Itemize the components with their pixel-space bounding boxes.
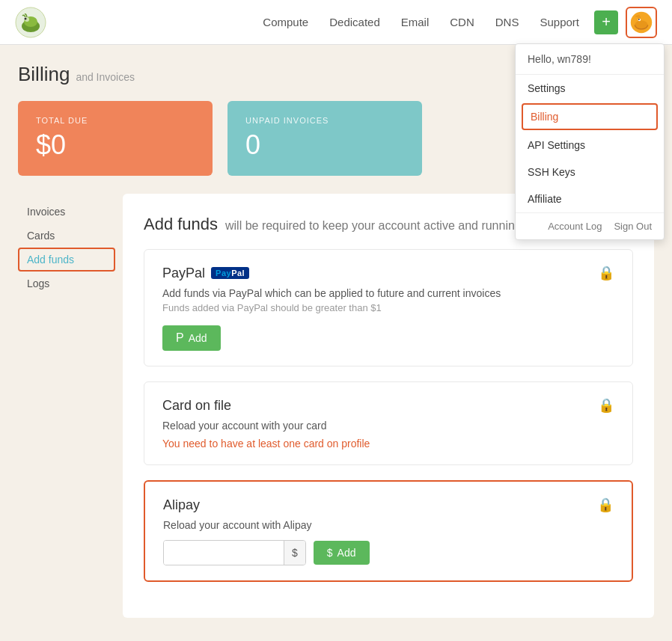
total-due-value: $0 bbox=[36, 129, 195, 161]
sign-out-link[interactable]: Sign Out bbox=[614, 221, 652, 232]
paypal-icon: P bbox=[176, 331, 184, 345]
dropdown-ssh-keys[interactable]: SSH Keys bbox=[516, 159, 664, 185]
account-log-link[interactable]: Account Log bbox=[548, 221, 602, 232]
sidebar-item-invoices[interactable]: Invoices bbox=[18, 200, 115, 224]
paypal-badge-pay: Pay bbox=[216, 269, 231, 277]
paypal-title-row: PayPal PayPal 🔒 bbox=[162, 265, 614, 281]
card-warning: You need to have at least one card on pr… bbox=[162, 438, 614, 450]
paypal-lock-icon: 🔒 bbox=[598, 265, 614, 281]
user-dropdown: Hello, wn789! Settings Billing API Setti… bbox=[515, 43, 665, 240]
unpaid-invoices-card: UNPAID INVOICES 0 bbox=[227, 101, 422, 176]
alipay-dollar-sign: $ bbox=[284, 541, 305, 565]
card-desc: Reload your account with your card bbox=[162, 420, 614, 432]
sidebar-item-cards[interactable]: Cards bbox=[18, 224, 115, 248]
paypal-title-text: PayPal bbox=[162, 266, 205, 281]
nav-compute[interactable]: Compute bbox=[263, 16, 308, 28]
alipay-input-row: $ $ Add bbox=[163, 540, 614, 565]
card-lock-icon: 🔒 bbox=[598, 397, 614, 414]
card-title-row: Card on file 🔒 bbox=[162, 397, 614, 414]
card-title-text: Card on file bbox=[162, 398, 231, 414]
alipay-dollar-prefix: $ bbox=[327, 547, 333, 559]
plus-button[interactable]: + bbox=[594, 10, 618, 34]
nav-support[interactable]: Support bbox=[540, 16, 579, 28]
unpaid-invoices-value: 0 bbox=[245, 129, 404, 161]
dropdown-affiliate[interactable]: Affiliate bbox=[516, 185, 664, 212]
sidebar-item-add-funds[interactable]: Add funds bbox=[18, 248, 115, 272]
alipay-desc: Reload your account with Alipay bbox=[163, 519, 614, 531]
dropdown-billing[interactable]: Billing bbox=[522, 103, 658, 130]
paypal-title: PayPal PayPal bbox=[162, 266, 249, 281]
logo[interactable] bbox=[15, 7, 46, 38]
dropdown-api-settings[interactable]: API Settings bbox=[516, 132, 664, 159]
svg-point-9 bbox=[638, 19, 640, 20]
content-title-rest: will be required to keep your account ac… bbox=[225, 219, 522, 232]
nav-dedicated[interactable]: Dedicated bbox=[329, 16, 380, 28]
total-due-card: TOTAL DUE $0 bbox=[18, 101, 213, 176]
svg-point-4 bbox=[25, 17, 27, 19]
card-on-file-section: Card on file 🔒 Reload your account with … bbox=[144, 381, 633, 465]
unpaid-invoices-label: UNPAID INVOICES bbox=[245, 116, 404, 125]
main-layout: Invoices Cards Add funds Logs Add funds … bbox=[18, 194, 654, 618]
header: Compute Dedicated Email CDN DNS Support … bbox=[0, 0, 672, 45]
sidebar: Invoices Cards Add funds Logs bbox=[18, 194, 115, 618]
dropdown-footer: Account Log Sign Out bbox=[516, 212, 664, 239]
nav-email[interactable]: Email bbox=[401, 16, 430, 28]
alipay-add-label: Add bbox=[337, 547, 356, 559]
alipay-amount-input[interactable] bbox=[164, 541, 284, 565]
dropdown-settings[interactable]: Settings bbox=[516, 75, 664, 102]
paypal-note: Funds added via PayPal should be greater… bbox=[162, 302, 614, 313]
nav-cdn[interactable]: CDN bbox=[450, 16, 474, 28]
paypal-badge-pal: Pal bbox=[231, 269, 245, 277]
alipay-section: Alipay 🔒 Reload your account with Alipay… bbox=[144, 480, 633, 582]
main-content: Add funds will be required to keep your … bbox=[123, 194, 654, 618]
paypal-add-button[interactable]: P Add bbox=[162, 325, 221, 351]
main-nav: Compute Dedicated Email CDN DNS Support bbox=[263, 16, 579, 28]
card-title: Card on file bbox=[162, 398, 231, 414]
alipay-title-row: Alipay 🔒 bbox=[163, 497, 614, 513]
paypal-add-label: Add bbox=[189, 332, 207, 344]
paypal-section: PayPal PayPal 🔒 Add funds via PayPal whi… bbox=[144, 249, 633, 366]
avatar-button[interactable] bbox=[626, 7, 657, 38]
alipay-amount-wrapper: $ bbox=[163, 540, 306, 565]
total-due-label: TOTAL DUE bbox=[36, 116, 195, 125]
paypal-desc: Add funds via PayPal which can be applie… bbox=[162, 287, 614, 299]
header-actions: + bbox=[594, 7, 657, 38]
sidebar-item-logs[interactable]: Logs bbox=[18, 272, 115, 295]
page-title: Billing bbox=[18, 63, 70, 86]
alipay-add-button[interactable]: $ Add bbox=[314, 541, 370, 565]
alipay-lock-icon: 🔒 bbox=[597, 497, 614, 513]
content-title-bold: Add funds bbox=[144, 215, 218, 233]
paypal-badge: PayPal bbox=[211, 267, 249, 279]
nav-dns[interactable]: DNS bbox=[495, 16, 519, 28]
billing-subtitle: and Invoices bbox=[76, 71, 135, 83]
alipay-title: Alipay bbox=[163, 497, 200, 513]
dropdown-greeting: Hello, wn789! bbox=[516, 44, 664, 75]
